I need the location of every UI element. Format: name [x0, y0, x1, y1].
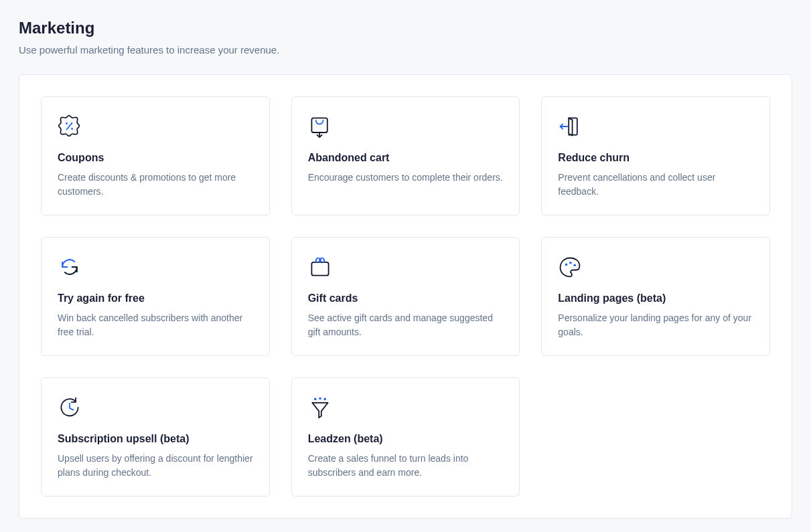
card-title: Try again for free: [58, 292, 253, 304]
svg-point-4: [565, 264, 568, 266]
svg-point-5: [569, 262, 572, 264]
card-desc: See active gift cards and manage suggest…: [308, 311, 504, 339]
card-title: Subscription upsell (beta): [58, 433, 253, 445]
card-desc: Create a sales funnel to turn leads into…: [308, 452, 504, 480]
svg-point-0: [66, 122, 68, 124]
percent-badge-icon: [58, 113, 84, 140]
card-reduce-churn[interactable]: Reduce churn Prevent cancellations and c…: [541, 96, 770, 215]
panel: Coupons Create discounts & promotions to…: [19, 74, 792, 519]
card-title: Leadzen (beta): [308, 433, 504, 445]
card-desc: Upsell users by offering a discount for …: [58, 452, 253, 480]
card-try-again[interactable]: Try again for free Win back cancelled su…: [41, 237, 270, 356]
page-subtitle: Use powerful marketing features to incre…: [19, 44, 792, 56]
card-leadzen[interactable]: Leadzen (beta) Create a sales funnel to …: [291, 377, 520, 497]
card-desc: Prevent cancellations and collect user f…: [558, 171, 753, 199]
gift-icon: [308, 254, 335, 280]
page-title: Marketing: [19, 19, 792, 37]
svg-point-7: [314, 398, 317, 401]
card-desc: Win back cancelled subscribers with anot…: [58, 311, 253, 339]
svg-rect-3: [311, 262, 328, 276]
card-title: Gift cards: [308, 292, 504, 304]
funnel-icon: [308, 394, 335, 421]
card-coupons[interactable]: Coupons Create discounts & promotions to…: [41, 96, 270, 215]
palette-icon: [558, 254, 585, 280]
card-desc: Personalize your landing pages for any o…: [558, 311, 753, 339]
door-exit-icon: [558, 113, 585, 140]
refresh-icon: [58, 254, 84, 280]
svg-point-6: [574, 264, 577, 267]
cards-grid: Coupons Create discounts & promotions to…: [41, 96, 770, 497]
card-title: Landing pages (beta): [558, 292, 753, 304]
svg-point-8: [319, 397, 321, 400]
card-abandoned-cart[interactable]: Abandoned cart Encourage customers to co…: [291, 96, 520, 215]
svg-point-9: [323, 398, 326, 401]
card-subscription-upsell[interactable]: Subscription upsell (beta) Upsell users …: [41, 377, 270, 497]
card-desc: Create discounts & promotions to get mor…: [58, 171, 253, 199]
card-title: Reduce churn: [558, 152, 753, 164]
card-title: Abandoned cart: [308, 152, 504, 164]
card-landing-pages[interactable]: Landing pages (beta) Personalize your la…: [541, 237, 770, 356]
bag-return-icon: [308, 113, 335, 140]
card-gift-cards[interactable]: Gift cards See active gift cards and man…: [291, 237, 520, 356]
clock-redo-icon: [58, 394, 84, 421]
card-desc: Encourage customers to complete their or…: [308, 171, 504, 185]
svg-point-1: [71, 128, 73, 130]
card-title: Coupons: [58, 152, 253, 164]
